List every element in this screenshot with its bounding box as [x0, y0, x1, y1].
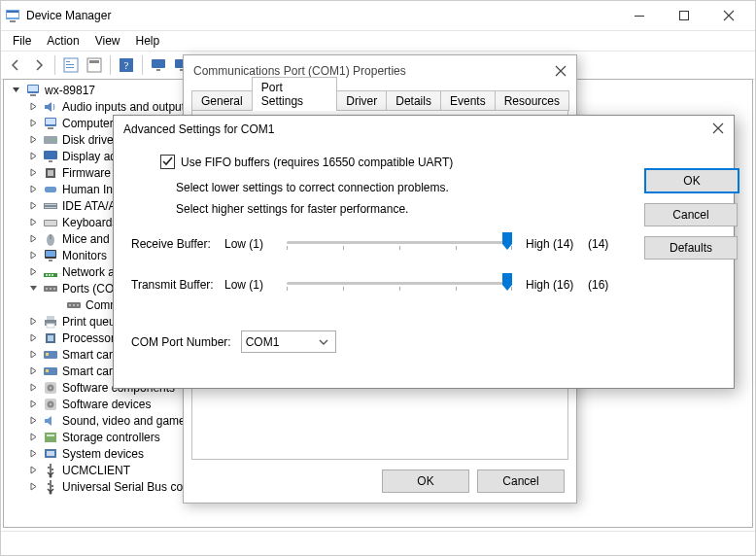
menu-file[interactable]: File — [5, 32, 39, 50]
expand-icon[interactable] — [27, 134, 39, 146]
expand-icon[interactable] — [27, 316, 39, 328]
receive-buffer-label: Receive Buffer: — [131, 237, 224, 251]
chip-icon — [43, 165, 58, 181]
receive-buffer-row: Receive Buffer: Low (1) High (14) (14) — [131, 231, 627, 257]
expand-icon[interactable] — [27, 382, 39, 394]
expand-icon[interactable] — [27, 399, 39, 410]
separator — [54, 55, 55, 75]
transmit-buffer-slider[interactable] — [287, 276, 512, 294]
cpu-icon — [43, 330, 58, 346]
tree-item-label: Software devices — [62, 398, 151, 411]
svg-rect-50 — [66, 61, 70, 62]
menu-view[interactable]: View — [87, 32, 128, 50]
transmit-value: (16) — [588, 278, 621, 292]
menu-help[interactable]: Help — [128, 32, 168, 50]
software-icon — [43, 397, 58, 412]
expand-icon[interactable] — [27, 465, 39, 476]
advanced-titlebar[interactable]: Advanced Settings for COM1 — [114, 116, 734, 143]
slider-thumb-icon[interactable] — [502, 273, 512, 293]
tree-item-label: Firmware — [62, 166, 111, 180]
tree-root-label: wx-89817 — [45, 84, 95, 97]
tree-item-label: Monitors — [62, 249, 107, 262]
expand-icon[interactable] — [27, 217, 39, 228]
expand-icon[interactable] — [27, 118, 39, 129]
expand-icon[interactable] — [27, 448, 39, 460]
monitor-icon — [43, 248, 58, 263]
chevron-down-icon — [316, 334, 331, 350]
defaults-button[interactable]: Defaults — [644, 236, 738, 260]
printer-icon — [43, 314, 58, 330]
port-icon — [43, 281, 58, 296]
properties-button[interactable] — [84, 54, 105, 76]
close-icon[interactable] — [712, 122, 724, 137]
close-button[interactable] — [706, 1, 751, 30]
hint-higher: Select higher settings for faster perfor… — [176, 202, 627, 216]
tab-resources[interactable]: Resources — [495, 90, 569, 111]
expand-icon[interactable] — [27, 266, 39, 278]
separator — [110, 55, 111, 75]
software-icon — [43, 380, 58, 396]
storage-icon — [43, 430, 58, 445]
help-button[interactable]: ? — [116, 54, 137, 76]
back-button[interactable] — [5, 54, 26, 76]
properties-titlebar[interactable]: Communications Port (COM1) Properties — [184, 55, 576, 87]
tab-general[interactable]: General — [191, 90, 253, 111]
keyboard-icon — [43, 215, 58, 230]
ok-button[interactable]: OK — [382, 469, 469, 493]
hint-lower: Select lower settings to correct connect… — [176, 181, 627, 194]
tab-driver[interactable]: Driver — [336, 90, 387, 111]
tree-item-label: Keyboards — [62, 216, 118, 229]
close-icon[interactable] — [555, 63, 567, 80]
expand-icon[interactable] — [27, 167, 39, 179]
svg-rect-51 — [66, 64, 74, 65]
forward-button[interactable] — [28, 54, 50, 76]
expand-icon[interactable] — [27, 151, 39, 162]
tab-port-settings[interactable]: Port Settings — [252, 77, 338, 111]
sound-icon — [43, 413, 58, 429]
expand-icon[interactable] — [27, 481, 39, 493]
usb-icon — [43, 463, 58, 478]
receive-value: (14) — [588, 237, 621, 251]
slider-thumb-icon[interactable] — [502, 232, 512, 252]
minimize-button[interactable] — [617, 1, 662, 30]
expand-icon[interactable] — [27, 332, 39, 344]
collapse-icon[interactable] — [27, 283, 39, 295]
port-icon — [66, 297, 82, 313]
maximize-button[interactable] — [662, 1, 706, 30]
fifo-checkbox[interactable] — [160, 155, 175, 169]
network-icon — [43, 264, 58, 280]
com-port-number-select[interactable]: COM1 — [241, 330, 336, 353]
speaker-icon — [43, 99, 58, 115]
scan-button[interactable] — [148, 54, 169, 76]
titlebar[interactable]: Device Manager — [1, 1, 755, 31]
expand-icon[interactable] — [27, 250, 39, 261]
expand-icon[interactable] — [27, 415, 39, 427]
menubar: File Action View Help — [1, 31, 755, 51]
display-icon — [43, 149, 58, 164]
expand-icon[interactable] — [27, 349, 39, 361]
expand-icon[interactable] — [27, 200, 39, 212]
ok-button[interactable]: OK — [644, 168, 739, 193]
expand-icon[interactable] — [27, 101, 39, 113]
expand-icon[interactable] — [27, 184, 39, 195]
tree-item-label: UCMCLIENT — [62, 464, 130, 477]
app-icon — [5, 8, 20, 23]
cancel-button[interactable]: Cancel — [477, 469, 565, 493]
properties-tabs: GeneralPort SettingsDriverDetailsEventsR… — [184, 87, 576, 110]
cancel-button[interactable]: Cancel — [644, 203, 738, 226]
system-icon — [43, 446, 58, 462]
smartcard-icon — [43, 364, 58, 379]
tab-details[interactable]: Details — [386, 90, 441, 111]
svg-rect-54 — [89, 60, 99, 63]
hid-icon — [43, 182, 58, 197]
menu-action[interactable]: Action — [39, 32, 86, 50]
receive-buffer-slider[interactable] — [287, 235, 512, 253]
expand-icon[interactable] — [27, 365, 39, 377]
collapse-icon[interactable] — [10, 85, 21, 96]
expand-icon[interactable] — [27, 233, 39, 245]
show-hide-tree-button[interactable] — [60, 54, 82, 76]
transmit-low-label: Low (1) — [224, 278, 279, 292]
expand-icon[interactable] — [27, 432, 39, 443]
tree-item-label: System devices — [62, 447, 144, 461]
tab-events[interactable]: Events — [440, 90, 496, 111]
